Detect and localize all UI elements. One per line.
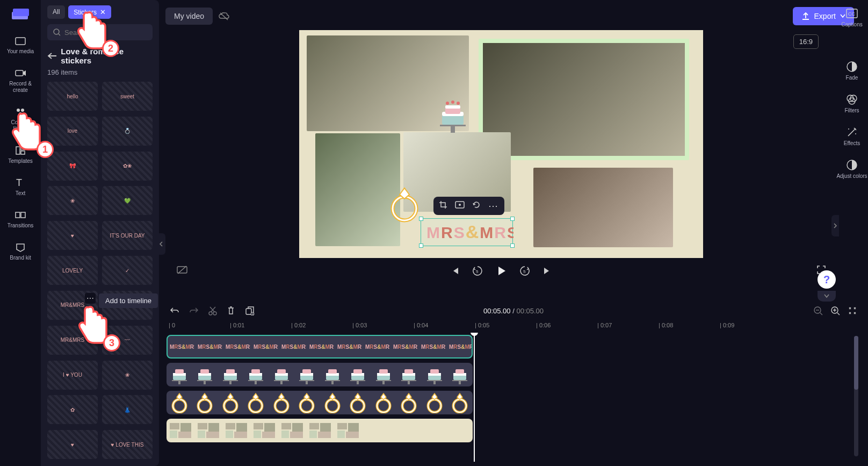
svg-rect-80: [229, 381, 232, 384]
collage-photo-5[interactable]: [533, 168, 673, 247]
panel-collapse-button[interactable]: [157, 233, 165, 255]
zoom-in-icon[interactable]: [830, 306, 840, 316]
svg-text:MRS&MRS: MRS&MRS: [393, 344, 418, 350]
sticker-bow[interactable]: 🎀: [47, 152, 98, 181]
sticker-flower-bunch[interactable]: ❀: [47, 186, 98, 215]
sticker-love-this-banner[interactable]: ♥ LOVE THIS: [102, 430, 153, 459]
project-title[interactable]: My video: [165, 8, 213, 25]
play-icon[interactable]: [495, 265, 507, 277]
cut-icon[interactable]: [208, 306, 217, 316]
svg-point-131: [224, 399, 237, 412]
sticker-pink-heart[interactable]: ♥: [47, 221, 98, 250]
rail-adjust-colors[interactable]: Adjust colors: [836, 156, 867, 182]
hide-ui-icon[interactable]: [176, 265, 188, 277]
mrs-mrs-sticker-selected[interactable]: MRS&MRS: [421, 218, 513, 246]
sticker-love-badge[interactable]: love: [47, 117, 98, 146]
nav-record-create[interactable]: Record & create: [3, 63, 38, 98]
forward-5-icon[interactable]: 5: [519, 265, 531, 277]
nav-your-media[interactable]: Your media: [3, 31, 38, 59]
svg-rect-172: [292, 423, 303, 432]
right-rail: CCCaptions Fade Filters Effects Adjust c…: [836, 4, 868, 182]
rail-filters[interactable]: Filters: [844, 90, 859, 117]
skip-end-icon[interactable]: [542, 266, 552, 276]
sticker-dress[interactable]: 👗: [102, 395, 153, 424]
svg-rect-123: [455, 369, 464, 374]
ruler-tick: | 0:01: [230, 322, 244, 328]
resize-handle[interactable]: [510, 217, 515, 221]
resize-handle[interactable]: [510, 243, 515, 248]
sticker-hello-circle[interactable]: hello: [47, 82, 98, 111]
svg-rect-118: [430, 369, 439, 374]
ring-sticker[interactable]: [388, 185, 421, 226]
svg-text:5: 5: [476, 269, 479, 274]
ruler-tick: | 0:05: [475, 322, 489, 328]
skip-start-icon[interactable]: [450, 266, 460, 276]
svg-point-30: [457, 102, 460, 105]
svg-point-141: [351, 399, 364, 412]
svg-rect-181: [337, 423, 347, 429]
rail-effects[interactable]: Effects: [844, 123, 860, 149]
zoom-out-icon[interactable]: [813, 306, 823, 316]
svg-text:MRS&MRS: MRS&MRS: [365, 344, 390, 350]
tab-all[interactable]: All: [47, 5, 65, 19]
svg-rect-157: [208, 423, 219, 432]
fit-icon[interactable]: [455, 201, 465, 211]
clip-ring[interactable]: [167, 391, 473, 414]
rotate-icon[interactable]: [472, 200, 481, 211]
svg-rect-2: [16, 38, 25, 45]
sticker-just-checked[interactable]: ✓: [102, 256, 153, 285]
svg-rect-125: [459, 381, 461, 384]
timeline-scrollbar[interactable]: [854, 336, 858, 456]
sticker-ring-outline[interactable]: 💍: [102, 117, 153, 146]
help-button[interactable]: ?: [818, 270, 836, 289]
redo-icon[interactable]: [189, 306, 199, 315]
clip-cake[interactable]: [167, 363, 473, 386]
timeline-ruler[interactable]: | 0| 0:01| 0:02| 0:03| 0:04| 0:05| 0:06|…: [165, 320, 862, 333]
help-expand[interactable]: [818, 291, 836, 302]
video-canvas[interactable]: MRS&MRS ⋯: [299, 30, 703, 258]
sticker-i-heart-you[interactable]: I ♥ YOU: [47, 361, 98, 390]
svg-rect-166: [254, 423, 263, 429]
timeline-tracks[interactable]: MRS&MRSMRS&MRSMRS&MRSMRS&MRSMRS&MRSMRS&M…: [165, 333, 862, 462]
zoom-fit-icon[interactable]: [848, 306, 857, 316]
left-sidebar: Your media Record & create Content libra…: [0, 0, 41, 466]
sticker-flower-cluster[interactable]: ✿❀: [102, 152, 153, 181]
rewind-5-icon[interactable]: 5: [472, 265, 483, 277]
cloud-sync-icon[interactable]: [218, 11, 230, 21]
clip-mrs-mrs[interactable]: MRS&MRSMRS&MRSMRS&MRSMRS&MRSMRS&MRSMRS&M…: [167, 335, 473, 359]
svg-rect-176: [309, 423, 319, 429]
svg-point-137: [300, 399, 313, 412]
sticker-sweet-circle[interactable]: sweet: [102, 82, 153, 111]
duplicate-icon[interactable]: +: [245, 306, 255, 316]
rail-fade[interactable]: Fade: [846, 58, 858, 84]
sticker-lovely-badge[interactable]: LOVELY: [47, 256, 98, 285]
delete-icon[interactable]: [227, 306, 235, 316]
sticker-pink-heart-small[interactable]: ♥: [47, 430, 98, 459]
rail-captions[interactable]: CCCaptions: [841, 4, 862, 31]
clip-video[interactable]: [167, 419, 473, 442]
back-arrow-icon[interactable]: [47, 52, 56, 60]
svg-text:MRS&MRS: MRS&MRS: [337, 344, 362, 350]
playhead[interactable]: [474, 333, 475, 462]
svg-text:MRS&MRS: MRS&MRS: [198, 344, 222, 350]
aspect-ratio-button[interactable]: 16:9: [793, 34, 819, 49]
svg-rect-93: [302, 369, 311, 374]
nav-transitions[interactable]: Transitions: [3, 205, 38, 233]
more-icon[interactable]: ⋯: [488, 200, 499, 212]
resize-handle[interactable]: [419, 243, 423, 248]
right-rail-expand[interactable]: [831, 215, 839, 236]
sticker-heart-sparkle[interactable]: 💚: [102, 186, 153, 215]
svg-point-129: [198, 399, 211, 412]
sticker-its-our-day[interactable]: IT'S OUR DAY: [102, 221, 153, 250]
crop-icon[interactable]: [439, 200, 447, 211]
sticker-pink-flowers[interactable]: ✿: [47, 395, 98, 424]
svg-text:MRS&MRS: MRS&MRS: [281, 344, 306, 350]
svg-text:+: +: [251, 312, 254, 316]
scrollbar-thumb[interactable]: [854, 336, 858, 390]
nav-brand-kit[interactable]: Brand kit: [3, 238, 38, 266]
resize-handle[interactable]: [419, 217, 423, 221]
sticker-blue-flower[interactable]: ❀: [102, 361, 153, 390]
cake-sticker[interactable]: [438, 98, 468, 135]
nav-text[interactable]: TText: [3, 173, 38, 201]
undo-icon[interactable]: [170, 306, 179, 315]
